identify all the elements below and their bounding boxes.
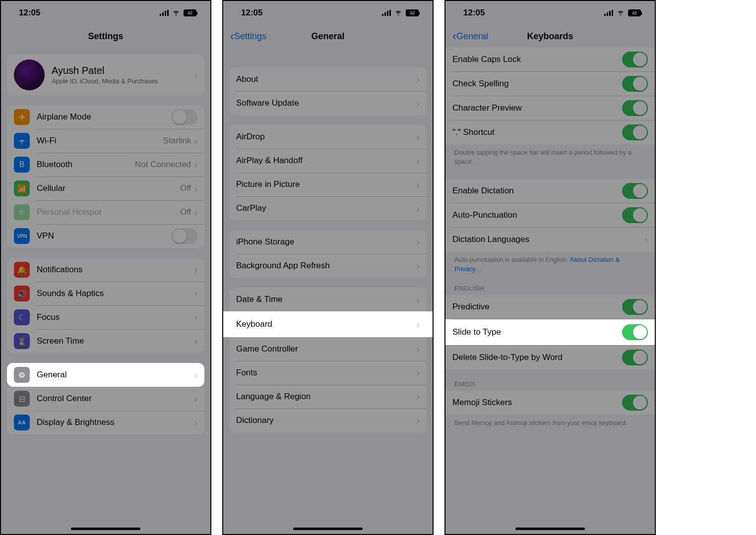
- row-label: Check Spelling: [452, 79, 622, 89]
- row-enable-dictation[interactable]: Enable Dictation: [445, 179, 655, 203]
- memoji-stickers-toggle[interactable]: [622, 395, 648, 411]
- row-date-time[interactable]: Date & Time ›: [229, 288, 427, 311]
- row-language-region[interactable]: Language & Region ›: [229, 385, 427, 409]
- chevron-right-icon: ›: [194, 393, 197, 405]
- row-about[interactable]: About ›: [229, 67, 427, 91]
- hotspot-icon: ⎋: [14, 204, 30, 220]
- airplane-icon: ✈: [14, 109, 30, 125]
- vpn-icon: VPN: [14, 228, 30, 244]
- chevron-right-icon: ›: [194, 312, 197, 323]
- screentime-icon: ⌛: [14, 333, 30, 349]
- page-title: Settings: [1, 31, 210, 42]
- enable-dictation-toggle[interactable]: [622, 183, 648, 199]
- chevron-right-icon: ›: [416, 319, 420, 330]
- dictation-hint: Auto-punctuation is available in English…: [445, 251, 655, 273]
- chevron-right-icon: ›: [416, 131, 420, 143]
- row-check-spelling[interactable]: Check Spelling: [445, 72, 655, 96]
- row-value: Not Connected: [135, 160, 191, 170]
- row-value: Off: [180, 207, 191, 217]
- row-picture-in-picture[interactable]: Picture in Picture ›: [229, 173, 427, 196]
- row-label: Control Center: [37, 394, 194, 404]
- back-label: General: [456, 31, 488, 42]
- row-label: Focus: [37, 312, 194, 322]
- chevron-right-icon: ›: [416, 260, 420, 272]
- status-time: 12:05: [463, 8, 485, 18]
- apple-id-card[interactable]: Ayush Patel Apple ID, iCloud, Media & Pu…: [7, 55, 204, 95]
- back-button[interactable]: ‹ Settings: [230, 30, 266, 42]
- row-predictive[interactable]: Predictive: [445, 295, 655, 319]
- row-screen-time[interactable]: ⌛ Screen Time ›: [7, 329, 204, 353]
- battery-icon: 42: [184, 9, 196, 16]
- chevron-right-icon: ›: [416, 203, 420, 214]
- nav-header: ‹ Settings General: [223, 25, 433, 48]
- row-character-preview[interactable]: Character Preview: [445, 96, 655, 120]
- chevron-right-icon: ›: [416, 344, 420, 355]
- row-airdrop[interactable]: AirDrop ›: [229, 125, 427, 149]
- row-control-center[interactable]: ⊟ Control Center ›: [7, 387, 204, 411]
- section-emoji: EMOJI: [445, 369, 655, 391]
- period-shortcut-toggle[interactable]: [622, 124, 648, 140]
- profile-name: Ayush Patel: [52, 65, 194, 76]
- row-enable-caps-lock[interactable]: Enable Caps Lock: [445, 48, 655, 71]
- auto-punctuation-toggle[interactable]: [622, 207, 648, 223]
- row-game-controller[interactable]: Game Controller ›: [229, 337, 427, 361]
- row-general[interactable]: ⚙ General ›: [7, 363, 204, 387]
- row-wifi[interactable]: Wi-Fi Starlink ›: [7, 129, 204, 153]
- row-iphone-storage[interactable]: iPhone Storage ›: [229, 230, 427, 254]
- row-cellular[interactable]: 📶 Cellular Off ›: [7, 177, 204, 200]
- back-button[interactable]: ‹ General: [452, 30, 488, 42]
- row-airplane-mode[interactable]: ✈ Airplane Mode: [7, 105, 204, 129]
- row-carplay[interactable]: CarPlay ›: [229, 196, 427, 220]
- nav-header: ‹ General Keyboards: [445, 25, 655, 48]
- row-memoji-stickers[interactable]: Memoji Stickers: [445, 391, 655, 415]
- airplane-toggle[interactable]: [172, 109, 197, 125]
- chevron-left-icon: ‹: [230, 30, 234, 42]
- predictive-toggle[interactable]: [622, 299, 648, 315]
- row-slide-to-type[interactable]: Slide to Type: [445, 319, 655, 345]
- row-delete-slide-by-word[interactable]: Delete Slide-to-Type by Word: [445, 346, 655, 369]
- row-label: Keyboard: [236, 319, 416, 329]
- row-dictation-languages[interactable]: Dictation Languages ›: [445, 228, 655, 251]
- row-software-update[interactable]: Software Update ›: [229, 91, 427, 115]
- row-background-app-refresh[interactable]: Background App Refresh ›: [229, 254, 427, 278]
- check-spelling-toggle[interactable]: [622, 76, 648, 92]
- row-label: VPN: [37, 231, 172, 241]
- row-personal-hotspot[interactable]: ⎋ Personal Hotspot Off ›: [7, 200, 204, 224]
- status-time: 12:05: [19, 8, 40, 18]
- chevron-right-icon: ›: [194, 369, 197, 381]
- screen-general: 12:05 42 ‹ Settings General About › Soft…: [222, 0, 434, 535]
- chevron-right-icon: ›: [194, 135, 197, 147]
- chevron-right-icon: ›: [416, 74, 420, 85]
- highlighted-keyboard: Keyboard ›: [223, 311, 433, 337]
- slide-to-type-toggle[interactable]: [622, 324, 648, 340]
- status-time: 12:05: [241, 8, 262, 18]
- row-label: Personal Hotspot: [37, 207, 180, 217]
- row-sounds-haptics[interactable]: 🔊 Sounds & Haptics ›: [7, 282, 204, 305]
- row-label: AirDrop: [236, 132, 416, 142]
- row-bluetooth[interactable]: B Bluetooth Not Connected ›: [7, 153, 204, 177]
- caps-lock-toggle[interactable]: [622, 52, 648, 67]
- vpn-toggle[interactable]: [172, 228, 197, 244]
- row-focus[interactable]: ☾ Focus ›: [7, 305, 204, 329]
- chevron-right-icon: ›: [194, 183, 197, 194]
- row-notifications[interactable]: 🔔 Notifications ›: [7, 258, 204, 282]
- row-display-brightness[interactable]: AA Display & Brightness ›: [7, 411, 204, 434]
- chevron-right-icon: ›: [194, 207, 197, 218]
- row-fonts[interactable]: Fonts ›: [229, 361, 427, 385]
- shortcut-hint: Double tapping the space bar will insert…: [445, 144, 655, 166]
- row-dictionary[interactable]: Dictionary ›: [229, 409, 427, 432]
- row-label: Predictive: [452, 302, 622, 312]
- battery-icon: 42: [628, 9, 641, 16]
- chevron-right-icon: ›: [644, 234, 648, 245]
- row-auto-punctuation[interactable]: Auto-Punctuation: [445, 203, 655, 227]
- row-label: iPhone Storage: [236, 237, 416, 247]
- row-keyboard[interactable]: Keyboard ›: [223, 311, 433, 337]
- delete-slide-toggle[interactable]: [622, 350, 648, 365]
- row-period-shortcut[interactable]: "." Shortcut: [445, 120, 655, 144]
- row-value: Starlink: [163, 136, 191, 146]
- row-vpn[interactable]: VPN VPN: [7, 224, 204, 248]
- cellular-signal-icon: [160, 10, 169, 16]
- hint-text: Auto-punctuation is available in English…: [454, 256, 570, 263]
- character-preview-toggle[interactable]: [622, 100, 648, 116]
- row-airplay-handoff[interactable]: AirPlay & Handoff ›: [229, 149, 427, 173]
